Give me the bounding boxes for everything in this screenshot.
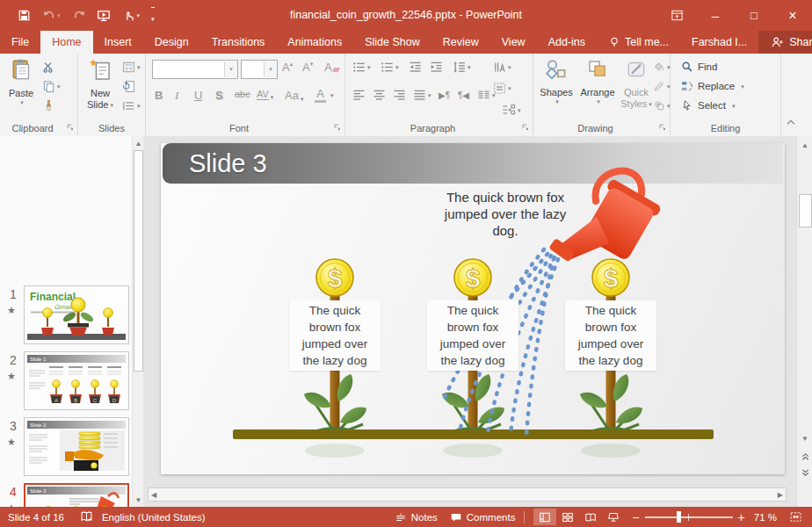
ribbon-display-options-button[interactable] bbox=[657, 0, 696, 31]
slide-canvas[interactable]: Slide 3 bbox=[161, 143, 785, 474]
decrease-indent-button[interactable] bbox=[409, 61, 422, 74]
shapes-button[interactable]: Shapes ▾ bbox=[537, 59, 576, 105]
slide-thumbnail-3[interactable]: Slide 2 bbox=[24, 417, 129, 476]
clear-formatting-button[interactable]: A bbox=[324, 61, 339, 74]
shape-fill-button[interactable]: ▾ bbox=[653, 61, 671, 73]
new-slide-button[interactable]: New Slide▾ bbox=[82, 58, 119, 111]
align-left-button[interactable] bbox=[352, 89, 366, 102]
normal-view-button[interactable] bbox=[533, 509, 556, 525]
slide-indicator[interactable]: Slide 4 of 16 bbox=[8, 512, 64, 523]
bullets-button[interactable]: ▾ bbox=[352, 61, 371, 74]
thumb-scrollbar-thumb[interactable] bbox=[134, 150, 143, 372]
minimize-button[interactable]: – bbox=[696, 0, 735, 31]
customize-qat-button[interactable]: ▾ bbox=[151, 7, 155, 25]
share-button[interactable]: Share bbox=[758, 31, 812, 54]
zoom-out-button[interactable]: − bbox=[632, 510, 639, 524]
character-spacing-button[interactable]: AV▾ bbox=[257, 89, 273, 100]
scroll-up-icon[interactable]: ▲ bbox=[797, 138, 812, 152]
save-button[interactable] bbox=[18, 9, 31, 22]
plant-textbox-1[interactable]: The quickbrown fox jumped overthe lazy d… bbox=[289, 300, 381, 371]
find-button[interactable]: Find bbox=[681, 61, 717, 73]
notes-toggle[interactable]: Notes bbox=[395, 511, 438, 523]
tell-me-box[interactable]: Tell me... bbox=[597, 31, 680, 54]
tab-file[interactable]: File bbox=[0, 31, 40, 54]
tab-review[interactable]: Review bbox=[431, 31, 490, 54]
underline-button[interactable]: U bbox=[194, 89, 202, 102]
format-painter-button[interactable] bbox=[42, 99, 55, 112]
zoom-slider[interactable] bbox=[645, 509, 733, 525]
line-spacing-button[interactable]: ▾ bbox=[453, 61, 471, 74]
text-shadow-button[interactable]: S bbox=[215, 89, 223, 102]
increase-indent-button[interactable] bbox=[430, 61, 443, 74]
paragraph-dialog-launcher[interactable] bbox=[521, 123, 530, 132]
previous-slide-button[interactable] bbox=[797, 449, 812, 463]
scroll-right-icon[interactable]: ▶ bbox=[775, 491, 786, 499]
tab-design[interactable]: Design bbox=[143, 31, 200, 54]
font-name-combo[interactable]: ▾ bbox=[152, 60, 238, 79]
tab-transitions[interactable]: Transitions bbox=[200, 31, 277, 54]
account-name[interactable]: Farshad I... bbox=[680, 31, 758, 54]
thumbnail-panel-scrollbar[interactable]: ▲ ▼ bbox=[132, 136, 144, 507]
language-indicator[interactable]: English (United States) bbox=[102, 512, 206, 523]
section-button[interactable]: ▾ bbox=[122, 99, 141, 112]
redo-button[interactable] bbox=[72, 9, 85, 22]
left-to-right-button[interactable]: ▶¶ bbox=[439, 90, 450, 100]
slide-sorter-view-button[interactable] bbox=[556, 509, 579, 525]
scroll-left-icon[interactable]: ◀ bbox=[149, 491, 159, 499]
drawing-dialog-launcher[interactable] bbox=[658, 123, 667, 132]
font-size-caret-icon[interactable]: ▾ bbox=[264, 61, 277, 77]
slide-caption-textbox[interactable]: The quick brown fox jumped over the lazy… bbox=[422, 189, 589, 239]
tab-insert[interactable]: Insert bbox=[93, 31, 143, 54]
undo-caret-icon[interactable]: ▾ bbox=[57, 12, 61, 18]
font-color-button[interactable]: A bbox=[315, 87, 326, 103]
collapse-ribbon-button[interactable] bbox=[785, 117, 797, 129]
close-button[interactable]: × bbox=[773, 0, 812, 31]
clipboard-dialog-launcher[interactable] bbox=[66, 123, 75, 132]
slide-thumbnail-2[interactable]: Slide 1 A B C D bbox=[24, 351, 129, 410]
zoom-slider-thumb[interactable] bbox=[677, 511, 681, 523]
shrink-font-button[interactable]: A▾ bbox=[302, 61, 313, 74]
fit-slide-to-window-button[interactable] bbox=[784, 509, 807, 525]
plant-textbox-3[interactable]: The quickbrown fox jumped overthe lazy d… bbox=[565, 300, 656, 371]
plant-textbox-2[interactable]: The quickbrown fox jumped overthe lazy d… bbox=[427, 300, 518, 371]
change-case-button[interactable]: Aa▾ bbox=[285, 89, 303, 102]
font-size-combo[interactable]: ▾ bbox=[241, 60, 278, 79]
undo-button[interactable]: ▾ bbox=[42, 9, 61, 22]
grow-font-button[interactable]: A▴ bbox=[282, 61, 293, 74]
right-to-left-button[interactable]: ¶◀ bbox=[458, 90, 469, 100]
reading-view-button[interactable] bbox=[579, 509, 602, 525]
quick-styles-button[interactable]: Quick Styles▾ bbox=[620, 59, 653, 110]
tab-add-ins[interactable]: Add-ins bbox=[537, 31, 597, 54]
text-direction-button[interactable]: ▾ bbox=[493, 61, 511, 74]
justify-button[interactable]: ▾ bbox=[413, 89, 431, 102]
zoom-in-button[interactable]: + bbox=[738, 510, 745, 524]
font-name-caret-icon[interactable]: ▾ bbox=[224, 61, 237, 77]
vertical-scrollbar[interactable]: ▲ ▼ bbox=[796, 136, 812, 507]
slide-layout-button[interactable]: ▾ bbox=[122, 61, 141, 74]
slide-thumbnail-1[interactable]: Financial Growth bbox=[24, 285, 129, 344]
tab-animations[interactable]: Animations bbox=[276, 31, 353, 54]
slideshow-view-button[interactable] bbox=[602, 509, 625, 525]
convert-to-smartart-button[interactable]: ▾ bbox=[502, 103, 521, 117]
spell-check-button[interactable] bbox=[80, 510, 93, 523]
arrange-button[interactable]: Arrange ▾ bbox=[577, 59, 618, 105]
replace-button[interactable]: Replace▾ bbox=[681, 80, 744, 92]
align-right-button[interactable] bbox=[393, 89, 406, 102]
paste-button[interactable]: Paste ▾ bbox=[5, 58, 37, 105]
next-slide-button[interactable] bbox=[797, 465, 812, 479]
vertical-scrollbar-thumb[interactable] bbox=[799, 194, 812, 227]
copy-button[interactable]: ▾ bbox=[42, 80, 61, 93]
horizontal-scrollbar[interactable]: ◀ ▶ bbox=[148, 487, 787, 502]
select-button[interactable]: Select▾ bbox=[681, 99, 735, 112]
align-text-button[interactable]: ▾ bbox=[493, 82, 511, 95]
comments-toggle[interactable]: Comments bbox=[450, 511, 516, 523]
scroll-down-icon[interactable]: ▼ bbox=[797, 431, 812, 445]
zoom-level[interactable]: 71 % bbox=[754, 512, 777, 523]
touch-mouse-mode-button[interactable]: ▾ bbox=[122, 9, 141, 22]
maximize-button[interactable]: □ bbox=[735, 0, 773, 31]
tab-home[interactable]: Home bbox=[40, 31, 92, 54]
tab-view[interactable]: View bbox=[490, 31, 537, 54]
align-center-button[interactable] bbox=[373, 89, 386, 102]
italic-button[interactable]: I bbox=[175, 89, 178, 103]
shape-outline-button[interactable]: ▾ bbox=[653, 80, 671, 92]
